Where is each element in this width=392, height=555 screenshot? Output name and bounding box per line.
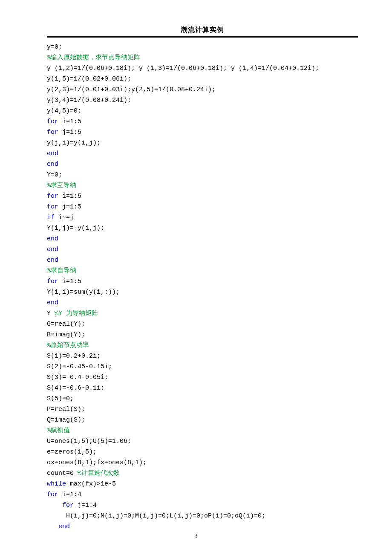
keyword-end: end bbox=[47, 246, 58, 253]
code-comment: %计算迭代次数 bbox=[78, 470, 120, 477]
keyword-end: end bbox=[47, 257, 58, 264]
header-rule-thick bbox=[47, 36, 358, 37]
code-line: ox=ones(8,1);fx=ones(8,1); bbox=[47, 459, 147, 466]
code-line: Y=0; bbox=[47, 171, 62, 179]
code-line: S(4)=-0.6-0.1i; bbox=[47, 384, 104, 392]
code-text: i=1:5 bbox=[58, 278, 81, 285]
keyword-for: for bbox=[62, 502, 74, 509]
keyword-for: for bbox=[47, 491, 58, 498]
code-line: S(3)=-0.4-0.05i; bbox=[47, 374, 108, 381]
code-line: Y(i,i)=sum(y(i,:)); bbox=[47, 289, 120, 296]
keyword-end: end bbox=[58, 523, 70, 530]
keyword-if: if bbox=[47, 214, 55, 221]
code-indent bbox=[47, 502, 62, 509]
document-page: 潮流计算实例 y=0; %输入原始数据，求节点导纳矩阵 y (1,2)=1/(0… bbox=[0, 0, 392, 555]
code-line: B=imag(Y); bbox=[47, 331, 85, 338]
code-text: i=1:4 bbox=[58, 491, 81, 498]
keyword-for: for bbox=[47, 278, 58, 285]
code-text: count=0 bbox=[47, 470, 78, 477]
code-text: j=1:4 bbox=[74, 502, 97, 509]
page-header-title: 潮流计算实例 bbox=[47, 26, 358, 35]
code-line: y(4,5)=0; bbox=[47, 107, 81, 115]
code-line: Y(i,j)=-y(i,j); bbox=[47, 225, 104, 232]
code-text: i=1:5 bbox=[58, 118, 81, 125]
code-comment: %求自导纳 bbox=[47, 267, 76, 275]
code-line: y(j,i)=y(i,j); bbox=[47, 139, 101, 147]
code-line: y(3,4)=1/(0.08+0.24i); bbox=[47, 97, 131, 104]
code-text: j=1:5 bbox=[58, 203, 81, 211]
code-comment: %求互导纳 bbox=[47, 182, 76, 189]
code-indent bbox=[47, 523, 58, 530]
code-line: y=0; bbox=[47, 43, 62, 51]
keyword-while: while bbox=[47, 480, 66, 488]
code-text: Y bbox=[47, 310, 55, 317]
code-comment: %赋初值 bbox=[47, 427, 70, 434]
code-block: y=0; %输入原始数据，求节点导纳矩阵 y (1,2)=1/(0.06+0.1… bbox=[47, 42, 358, 532]
keyword-for: for bbox=[47, 129, 58, 136]
header-rule-thin bbox=[47, 37, 358, 38]
code-line: S(2)=-0.45-0.15i; bbox=[47, 363, 112, 370]
code-comment: %Y 为导纳矩阵 bbox=[55, 310, 98, 317]
code-line: S(1)=0.2+0.2i; bbox=[47, 353, 101, 360]
code-comment: %原始节点功率 bbox=[47, 342, 89, 349]
keyword-end: end bbox=[47, 161, 58, 168]
keyword-for: for bbox=[47, 203, 58, 211]
keyword-for: for bbox=[47, 118, 58, 125]
code-line: y(2,3)=1/(0.01+0.03i);y(2,5)=1/(0.08+0.2… bbox=[47, 86, 216, 93]
code-line: y(1,5)=1/(0.02+0.06i); bbox=[47, 75, 131, 83]
code-line: e=zeros(1,5); bbox=[47, 448, 97, 456]
keyword-for: for bbox=[47, 193, 58, 200]
page-number: 3 bbox=[0, 532, 392, 540]
code-line: S(5)=0; bbox=[47, 395, 74, 402]
code-line: U=ones(1,5);U(5)=1.06; bbox=[47, 438, 131, 445]
code-text: j=i:5 bbox=[58, 129, 81, 136]
code-line: H(i,j)=0;N(i,j)=0;M(i,j)=0;L(i,j)=0;oP(i… bbox=[47, 512, 265, 520]
keyword-end: end bbox=[47, 235, 58, 243]
code-line: y (1,2)=1/(0.06+0.18i); y (1,3)=1/(0.06+… bbox=[47, 65, 319, 72]
keyword-end: end bbox=[47, 150, 58, 157]
code-line: G=real(Y); bbox=[47, 321, 85, 328]
code-text: i~=j bbox=[55, 214, 74, 221]
code-line: Q=imag(S); bbox=[47, 416, 85, 424]
keyword-end: end bbox=[47, 299, 58, 306]
code-text: i=1:5 bbox=[58, 193, 81, 200]
code-line: P=real(S); bbox=[47, 406, 85, 413]
code-text: max(fx)>1e-5 bbox=[66, 480, 116, 488]
code-comment: %输入原始数据，求节点导纳矩阵 bbox=[47, 54, 140, 61]
